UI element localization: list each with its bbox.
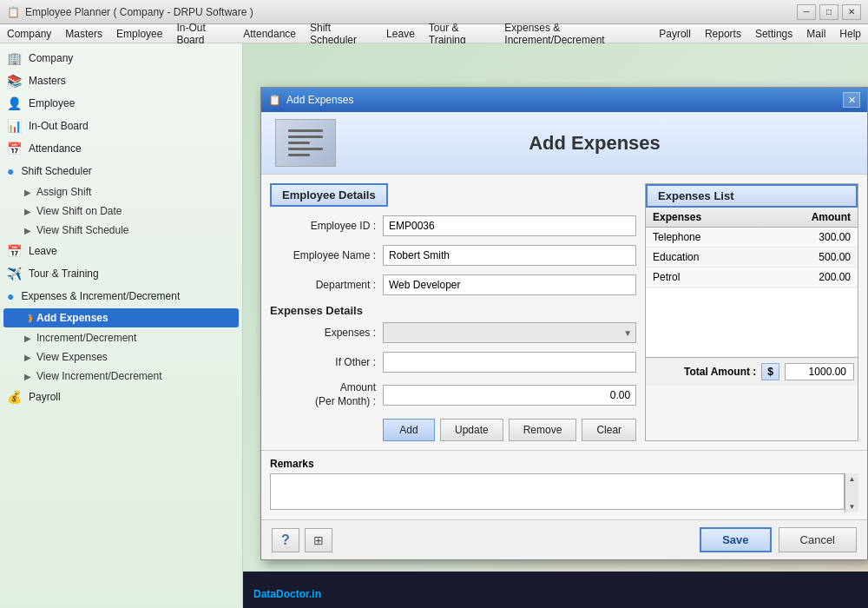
employee-id-input[interactable] xyxy=(383,215,636,236)
amount-group: Amount (Per Month) : xyxy=(270,381,636,408)
total-row: Total Amount : $ 1000.00 xyxy=(646,357,858,386)
menu-masters[interactable]: Masters xyxy=(58,26,109,42)
sidebar-item-viewshiftschedule[interactable]: ▶ View Shift Schedule xyxy=(0,221,242,240)
employee-icon: 👤 xyxy=(7,96,22,110)
sidebar-item-label: Add Expenses xyxy=(36,312,108,324)
sidebar-item-incrementdecrement[interactable]: ▶ Increment/Decrement xyxy=(0,328,242,347)
sidebar-item-label: Leave xyxy=(29,245,57,257)
attendance-icon: 📅 xyxy=(7,142,22,155)
sidebar-item-tourtraining[interactable]: ✈️ Tour & Training xyxy=(0,262,242,285)
sidebar-item-masters[interactable]: 📚 Masters xyxy=(0,69,242,92)
expense-name: Petrol xyxy=(646,268,760,287)
sidebar-item-inout[interactable]: 📊 In-Out Board xyxy=(0,115,242,137)
watermark: DataDoctor.in xyxy=(243,572,868,608)
remove-button[interactable]: Remove xyxy=(509,419,577,441)
menu-payroll[interactable]: Payroll xyxy=(652,26,698,42)
sidebar: 🏢 Company 📚 Masters 👤 Employee 📊 In-Out … xyxy=(0,43,243,608)
col-expenses: Expenses xyxy=(646,208,760,228)
expenses-list-header: Expenses List xyxy=(646,184,858,208)
expenses-label: Expenses : xyxy=(270,327,383,339)
department-input[interactable] xyxy=(383,274,636,295)
clear-button[interactable]: Clear xyxy=(582,419,636,441)
dialog-header: Add Expenses xyxy=(261,112,867,175)
doc-line-1 xyxy=(288,129,323,132)
sidebar-item-employee[interactable]: 👤 Employee xyxy=(0,92,242,115)
close-button[interactable]: ✕ xyxy=(842,4,861,20)
expenses-dropdown[interactable]: ▼ xyxy=(383,322,636,343)
document-illustration xyxy=(285,124,326,162)
maximize-button[interactable]: □ xyxy=(819,4,838,20)
sidebar-item-label: Expenses & Increment/Decrement xyxy=(21,290,180,302)
dialog-title-icon: 📋 xyxy=(268,94,281,106)
dialog-close-button[interactable]: ✕ xyxy=(843,92,860,108)
sidebar-item-label: Masters xyxy=(29,75,66,87)
sidebar-item-expenses-parent[interactable]: ● Expenses & Increment/Decrement xyxy=(0,285,242,307)
menu-leave[interactable]: Leave xyxy=(379,26,422,42)
sidebar-item-assignshift[interactable]: ▶ Assign Shift xyxy=(0,182,242,202)
dialog-header-title: Add Expenses xyxy=(336,132,853,155)
employee-name-input[interactable] xyxy=(383,245,636,266)
save-button[interactable]: Save xyxy=(700,527,771,552)
menu-help[interactable]: Help xyxy=(832,26,868,42)
amount-input[interactable] xyxy=(383,385,636,406)
add-button[interactable]: Add xyxy=(383,419,435,441)
dialog-body: Employee Details Employee ID : Employee … xyxy=(261,175,867,450)
sidebar-item-attendance[interactable]: 📅 Attendance xyxy=(0,137,242,160)
sidebar-item-label: View Shift on Date xyxy=(36,205,122,217)
arrow-icon: ▶ xyxy=(24,207,31,216)
question-mark-icon: ? xyxy=(281,532,290,548)
if-other-input[interactable] xyxy=(383,352,636,373)
remarks-scrollbar[interactable]: ▲ ▼ xyxy=(845,473,858,512)
sidebar-item-shiftscheduler[interactable]: ● Shift Scheduler xyxy=(0,160,242,182)
expense-amount: 300.00 xyxy=(760,228,858,248)
dialog-footer: ? ⊞ Save Cancel xyxy=(261,519,867,559)
doc-line-3 xyxy=(288,142,310,144)
minimize-button[interactable]: ─ xyxy=(797,4,816,20)
sidebar-item-label: Shift Scheduler xyxy=(21,165,91,177)
grid-icon-button[interactable]: ⊞ xyxy=(305,528,332,552)
title-bar-controls: ─ □ ✕ xyxy=(797,4,861,20)
watermark-text: DataDoctor.in xyxy=(253,577,321,604)
scroll-up-icon[interactable]: ▲ xyxy=(847,473,858,485)
employee-name-group: Employee Name : xyxy=(270,245,636,266)
department-group: Department : xyxy=(270,274,636,295)
cancel-button[interactable]: Cancel xyxy=(779,527,857,552)
company-icon: 🏢 xyxy=(7,51,22,65)
sidebar-item-company[interactable]: 🏢 Company xyxy=(0,47,242,69)
add-expenses-dialog: 📋 Add Expenses ✕ Add Expenses xyxy=(260,87,868,560)
remarks-textarea[interactable] xyxy=(270,473,845,510)
table-row: Telephone 300.00 xyxy=(646,228,858,248)
app-title: Employee Planner ( Company - DRPU Softwa… xyxy=(25,6,253,18)
sidebar-item-payroll[interactable]: 💰 Payroll xyxy=(0,386,242,408)
sidebar-item-leave[interactable]: 📅 Leave xyxy=(0,240,242,262)
sidebar-item-label: Attendance xyxy=(29,142,82,155)
update-button[interactable]: Update xyxy=(440,419,503,441)
arrow-icon: ▶ xyxy=(24,226,31,235)
currency-symbol: $ xyxy=(761,363,779,380)
if-other-label: If Other : xyxy=(270,356,383,368)
footer-buttons: Save Cancel xyxy=(700,527,857,552)
menu-mail[interactable]: Mail xyxy=(799,26,832,42)
scroll-down-icon[interactable]: ▼ xyxy=(847,501,858,512)
dialog-title-bar: 📋 Add Expenses ✕ xyxy=(261,88,867,112)
sidebar-item-viewshiftondate[interactable]: ▶ View Shift on Date xyxy=(0,202,242,221)
sidebar-item-addexpenses[interactable]: ⟫ Add Expenses xyxy=(3,308,239,327)
total-amount: 1000.00 xyxy=(785,363,854,380)
sidebar-item-label: In-Out Board xyxy=(29,120,89,132)
arrow-icon: ▶ xyxy=(24,372,31,381)
title-bar-left: 📋 Employee Planner ( Company - DRPU Soft… xyxy=(7,6,253,18)
menu-employee[interactable]: Employee xyxy=(109,26,169,42)
app-icon: 📋 xyxy=(7,6,20,18)
remarks-label: Remarks xyxy=(270,458,858,470)
menu-attendance[interactable]: Attendance xyxy=(236,26,303,42)
help-icon-button[interactable]: ? xyxy=(272,528,299,552)
amount-label-line2: (Per Month) : xyxy=(315,395,376,407)
grid-icon: ⊞ xyxy=(313,533,324,547)
watermark-suffix: Doctor.in xyxy=(276,588,321,600)
menu-reports[interactable]: Reports xyxy=(698,26,748,42)
sidebar-item-viewexpenses[interactable]: ▶ View Expenses xyxy=(0,347,242,367)
sidebar-item-viewincrementdecrement[interactable]: ▶ View Increment/Decrement xyxy=(0,367,242,386)
menu-company[interactable]: Company xyxy=(0,26,58,42)
sidebar-item-label: View Shift Schedule xyxy=(36,224,129,236)
menu-settings[interactable]: Settings xyxy=(748,26,799,42)
